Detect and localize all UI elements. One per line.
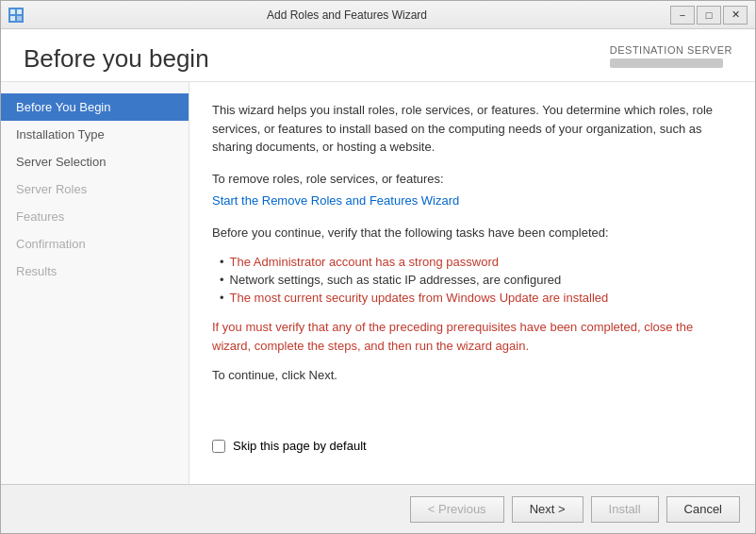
- skip-page-checkbox[interactable]: [212, 440, 225, 453]
- cancel-button[interactable]: Cancel: [666, 496, 740, 523]
- sidebar-item-server-selection[interactable]: Server Selection: [1, 148, 189, 175]
- maximize-button[interactable]: □: [697, 6, 721, 25]
- footer: < Previous Next > Install Cancel: [1, 484, 755, 533]
- skip-page-checkbox-area: Skip this page by default: [212, 439, 732, 453]
- sidebar-item-features: Features: [1, 203, 189, 230]
- svg-rect-2: [10, 16, 15, 21]
- sidebar-item-confirmation: Confirmation: [1, 230, 189, 258]
- sidebar-item-before-you-begin[interactable]: Before You Begin: [1, 93, 189, 121]
- titlebar: Add Roles and Features Wizard − □ ✕: [1, 1, 755, 29]
- previous-button[interactable]: < Previous: [410, 496, 504, 523]
- verify-text: Before you continue, verify that the fol…: [212, 224, 732, 242]
- bullet-item-2: Network settings, such as static IP addr…: [220, 273, 732, 287]
- middle-section: Before You Begin Installation Type Serve…: [1, 82, 755, 484]
- destination-server-label: DESTINATION SERVER: [610, 44, 732, 56]
- minimize-button[interactable]: −: [670, 6, 695, 25]
- window-controls: − □ ✕: [670, 6, 748, 25]
- install-button[interactable]: Install: [591, 496, 659, 523]
- main-header: Before you begin DESTINATION SERVER: [1, 29, 755, 82]
- wizard-window: Add Roles and Features Wizard − □ ✕ Befo…: [0, 0, 756, 534]
- main-content: This wizard helps you install roles, rol…: [189, 82, 755, 484]
- sidebar: Before You Begin Installation Type Serve…: [1, 82, 189, 484]
- close-button[interactable]: ✕: [723, 6, 748, 25]
- destination-server-value: [610, 58, 723, 68]
- remove-link[interactable]: Start the Remove Roles and Features Wiza…: [212, 193, 459, 208]
- svg-rect-1: [17, 9, 22, 14]
- svg-rect-0: [10, 9, 15, 14]
- remove-label: To remove roles, role services, or featu…: [212, 170, 732, 189]
- sidebar-item-results: Results: [1, 258, 189, 285]
- app-icon: [8, 8, 24, 23]
- sidebar-item-installation-type[interactable]: Installation Type: [1, 121, 189, 148]
- continue-text: To continue, click Next.: [212, 368, 732, 382]
- page-title: Before you begin: [24, 44, 209, 74]
- window-title: Add Roles and Features Wizard: [24, 8, 670, 22]
- bullet-list: The Administrator account has a strong p…: [220, 255, 732, 305]
- skip-page-label[interactable]: Skip this page by default: [233, 439, 367, 453]
- next-button[interactable]: Next >: [512, 496, 583, 523]
- bullet-item-1: The Administrator account has a strong p…: [220, 255, 732, 269]
- sidebar-item-server-roles: Server Roles: [1, 175, 189, 203]
- bullet-item-3: The most current security updates from W…: [220, 291, 732, 305]
- destination-server-info: DESTINATION SERVER: [610, 44, 732, 68]
- prereq-warning: If you must verify that any of the prece…: [212, 318, 732, 355]
- svg-rect-3: [17, 16, 22, 21]
- outer-wrapper: Before you begin DESTINATION SERVER Befo…: [1, 29, 755, 533]
- intro-paragraph: This wizard helps you install roles, rol…: [212, 101, 732, 157]
